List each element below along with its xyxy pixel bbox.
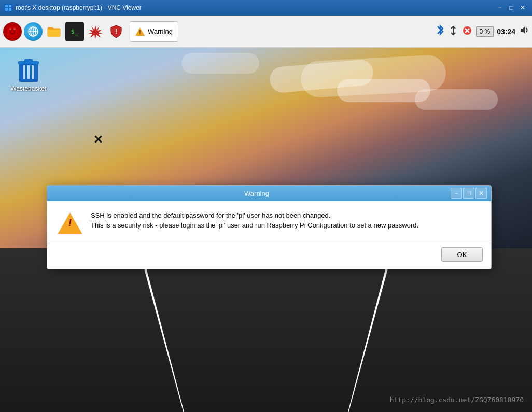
wastebasket-icon[interactable]: Wastebasket (10, 58, 47, 92)
warning-icon (58, 212, 82, 234)
battery-indicator: 0 % (476, 26, 494, 37)
vnc-toolbar: $_ ! Warning (0, 16, 532, 48)
svg-marker-21 (521, 26, 525, 34)
watermark: http://blog.csdn.net/ZGQ760818970 (390, 396, 524, 404)
svg-point-7 (9, 28, 11, 30)
warning-tab-icon (135, 27, 145, 36)
svg-text:!: ! (115, 28, 117, 35)
warning-tab-label: Warning (148, 27, 173, 35)
svg-rect-0 (5, 5, 8, 7)
dialog-titlebar: Warning − □ ✕ (47, 186, 491, 201)
ok-button[interactable]: OK (441, 247, 483, 262)
dialog-restore-button[interactable]: □ (463, 188, 474, 199)
svg-rect-25 (32, 65, 34, 79)
wastebasket-label: Wastebasket (11, 85, 47, 92)
desktop-close-x[interactable]: ✕ (93, 133, 103, 147)
titlebar-left: root's X desktop (raspberrypi:1) - VNC V… (4, 4, 142, 12)
svg-point-8 (13, 28, 16, 30)
warning-dialog: Warning − □ ✕ SSH is enabled and the def… (47, 185, 492, 269)
system-tray: 0 % 03:24 (436, 24, 529, 38)
bluetooth-icon[interactable] (436, 24, 445, 38)
dialog-message-line1: SSH is enabled and the default password … (91, 211, 481, 219)
dialog-message: SSH is enabled and the default password … (91, 211, 481, 229)
svg-rect-24 (27, 65, 30, 79)
maximize-button[interactable]: □ (506, 3, 516, 13)
svg-rect-2 (5, 8, 8, 11)
desktop: Wastebasket ✕ Warning − □ ✕ SSH is enabl… (0, 48, 532, 412)
dialog-close-button[interactable]: ✕ (475, 188, 487, 199)
svg-rect-23 (23, 65, 25, 79)
dialog-title: Warning (63, 190, 451, 197)
svg-point-6 (11, 30, 14, 33)
trash-icon (16, 58, 41, 83)
titlebar-text: root's X desktop (raspberrypi:1) - VNC V… (16, 4, 142, 11)
security-icon[interactable]: ! (107, 22, 125, 41)
titlebar-controls: − □ ✕ (495, 3, 528, 13)
dialog-footer: OK (47, 243, 491, 269)
system-clock: 03:24 (497, 27, 515, 36)
svg-marker-14 (88, 25, 103, 39)
rpi-menu-icon[interactable] (3, 22, 22, 41)
battery-pct: 0 % (480, 28, 491, 35)
preferences-icon[interactable] (86, 22, 105, 41)
dialog-minimize-button[interactable]: − (451, 188, 462, 199)
close-button[interactable]: ✕ (517, 3, 528, 13)
svg-rect-1 (9, 5, 11, 7)
svg-rect-3 (9, 8, 11, 11)
minimize-button[interactable]: − (495, 3, 505, 13)
terminal-icon[interactable]: $_ (65, 22, 84, 41)
disconnect-icon[interactable] (461, 25, 473, 38)
browser-icon[interactable] (24, 22, 43, 41)
volume-icon[interactable] (519, 25, 529, 38)
warning-tab[interactable]: Warning (130, 21, 178, 42)
dialog-message-line2: This is a security risk - please login a… (91, 221, 481, 229)
file-manager-icon[interactable] (45, 22, 63, 41)
dialog-content: SSH is enabled and the default password … (47, 201, 491, 243)
app-icon (4, 4, 12, 12)
vnc-titlebar: root's X desktop (raspberrypi:1) - VNC V… (0, 0, 532, 16)
dialog-controls: − □ ✕ (451, 188, 487, 199)
svg-rect-27 (24, 59, 33, 62)
network-icon[interactable] (448, 25, 458, 38)
svg-rect-13 (48, 30, 60, 37)
